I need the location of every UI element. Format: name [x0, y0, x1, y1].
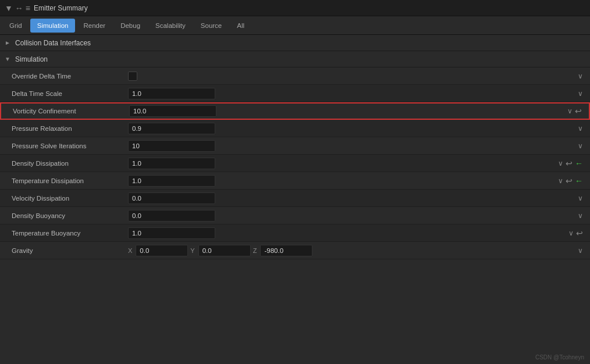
- temperature-dissipation-input[interactable]: [128, 175, 215, 187]
- density-dissipation-input[interactable]: [128, 158, 215, 169]
- property-pressure-relaxation: Pressure Relaxation ∨: [0, 120, 590, 137]
- gravity-z-label: Z: [253, 247, 257, 254]
- section-collision-data[interactable]: ► Collision Data Interfaces: [0, 35, 590, 51]
- temperature-buoyancy-chevron[interactable]: ∨: [568, 229, 574, 237]
- pressure-solve-iterations-input[interactable]: [128, 140, 215, 152]
- temperature-buoyancy-value-area: [128, 227, 568, 239]
- pressure-relaxation-label: Pressure Relaxation: [12, 125, 128, 132]
- watermark: CSDN @Tcohneyn: [535, 354, 584, 361]
- tab-render[interactable]: Render: [76, 19, 112, 33]
- pressure-relaxation-actions: ∨: [578, 124, 585, 133]
- vorticity-confinement-input[interactable]: [129, 105, 216, 117]
- temperature-buoyancy-input[interactable]: [128, 227, 215, 239]
- property-velocity-dissipation: Velocity Dissipation ∨: [0, 190, 590, 207]
- tab-debug[interactable]: Debug: [113, 19, 147, 33]
- delta-time-scale-value-area: [128, 88, 578, 99]
- property-density-dissipation: Density Dissipation ∨ ↩ ←: [0, 155, 590, 172]
- pressure-solve-iterations-chevron[interactable]: ∨: [578, 142, 583, 150]
- property-density-buoyancy: Density Buoyancy ∨: [0, 207, 590, 224]
- swap-icon[interactable]: ↔: [15, 4, 23, 12]
- section-simulation[interactable]: ▼ Simulation: [0, 51, 590, 67]
- override-delta-time-chevron[interactable]: ∨: [578, 72, 583, 80]
- velocity-dissipation-chevron[interactable]: ∨: [578, 194, 583, 202]
- delta-time-scale-input[interactable]: [128, 88, 215, 99]
- override-delta-time-value-area: [128, 72, 578, 81]
- property-temperature-dissipation: Temperature Dissipation ∨ ↩ ←: [0, 172, 590, 190]
- density-dissipation-undo[interactable]: ↩: [566, 159, 573, 168]
- tab-simulation[interactable]: Simulation: [30, 19, 76, 33]
- tab-all[interactable]: All: [230, 19, 251, 33]
- pressure-solve-iterations-label: Pressure Solve Iterations: [12, 142, 128, 149]
- velocity-dissipation-input[interactable]: [128, 192, 215, 204]
- gravity-x-input[interactable]: [136, 245, 188, 256]
- delta-time-scale-actions: ∨: [578, 90, 585, 98]
- density-buoyancy-actions: ∨: [578, 212, 585, 220]
- gravity-label: Gravity: [12, 247, 128, 254]
- temperature-buoyancy-label: Temperature Buoyancy: [12, 230, 128, 237]
- vorticity-confinement-chevron[interactable]: ∨: [567, 107, 573, 115]
- density-buoyancy-value-area: [128, 210, 578, 222]
- tab-source[interactable]: Source: [194, 19, 229, 33]
- pressure-relaxation-chevron[interactable]: ∨: [578, 124, 583, 133]
- temperature-dissipation-label: Temperature Dissipation: [12, 177, 128, 184]
- title-bar: ▼ ↔ ≡ Emitter Summary: [0, 0, 590, 16]
- temperature-buoyancy-undo[interactable]: ↩: [576, 229, 583, 238]
- pressure-solve-iterations-value-area: [128, 140, 578, 152]
- delta-time-scale-chevron[interactable]: ∨: [578, 90, 583, 98]
- property-temperature-buoyancy: Temperature Buoyancy ∨ ↩: [0, 224, 590, 242]
- title-bar-icons: ▼ ↔ ≡: [5, 4, 30, 12]
- gravity-chevron[interactable]: ∨: [578, 247, 583, 255]
- collision-section-label: Collision Data Interfaces: [15, 39, 91, 47]
- override-delta-time-checkbox[interactable]: [128, 72, 137, 81]
- temperature-dissipation-undo[interactable]: ↩: [566, 176, 573, 185]
- list-icon[interactable]: ≡: [26, 4, 30, 12]
- override-delta-time-label: Override Delta Time: [12, 73, 128, 80]
- velocity-dissipation-value-area: [128, 192, 578, 204]
- velocity-dissipation-label: Velocity Dissipation: [12, 195, 128, 202]
- tab-grid[interactable]: Grid: [2, 19, 29, 33]
- gravity-xyz-group: X Y Z: [128, 245, 312, 256]
- temperature-buoyancy-actions: ∨ ↩: [568, 229, 585, 238]
- content-area: ► Collision Data Interfaces ▼ Simulation…: [0, 35, 590, 364]
- gravity-actions: ∨: [578, 247, 585, 255]
- density-buoyancy-input[interactable]: [128, 210, 215, 222]
- density-dissipation-label: Density Dissipation: [12, 160, 128, 167]
- collision-collapse-arrow: ►: [5, 40, 12, 46]
- simulation-collapse-arrow: ▼: [5, 56, 12, 62]
- vorticity-confinement-undo[interactable]: ↩: [575, 106, 582, 116]
- gravity-value-area: X Y Z: [128, 245, 578, 256]
- density-dissipation-forward[interactable]: ←: [575, 159, 583, 168]
- property-delta-time-scale: Delta Time Scale ∨: [0, 85, 590, 102]
- pressure-relaxation-input[interactable]: [128, 123, 215, 134]
- density-dissipation-value-area: [128, 158, 558, 169]
- simulation-section-label: Simulation: [15, 55, 48, 63]
- vorticity-confinement-actions: ∨ ↩: [567, 106, 584, 116]
- velocity-dissipation-actions: ∨: [578, 194, 585, 202]
- density-dissipation-chevron[interactable]: ∨: [558, 159, 563, 167]
- gravity-x-label: X: [128, 247, 132, 254]
- delta-time-scale-label: Delta Time Scale: [12, 90, 128, 97]
- property-vorticity-confinement: Vorticity Confinement ∨ ↩: [0, 102, 590, 120]
- window-title: Emitter Summary: [34, 4, 88, 12]
- property-override-delta-time: Override Delta Time ∨: [0, 67, 590, 85]
- temperature-dissipation-chevron[interactable]: ∨: [558, 177, 563, 185]
- density-dissipation-actions: ∨ ↩ ←: [558, 159, 585, 168]
- vorticity-confinement-value-area: [129, 105, 567, 117]
- property-gravity: Gravity X Y Z ∨: [0, 242, 590, 259]
- gravity-y-label: Y: [190, 247, 194, 254]
- density-buoyancy-label: Density Buoyancy: [12, 212, 128, 219]
- override-delta-time-actions: ∨: [578, 72, 585, 80]
- gravity-z-input[interactable]: [260, 245, 312, 256]
- collapse-icon[interactable]: ▼: [5, 4, 13, 12]
- gravity-y-input[interactable]: [198, 245, 251, 256]
- temperature-dissipation-value-area: [128, 175, 558, 187]
- density-buoyancy-chevron[interactable]: ∨: [578, 212, 583, 220]
- property-pressure-solve-iterations: Pressure Solve Iterations ∨: [0, 137, 590, 155]
- vorticity-confinement-label: Vorticity Confinement: [13, 108, 129, 115]
- tab-bar: Grid Simulation Render Debug Scalability…: [0, 16, 590, 35]
- pressure-relaxation-value-area: [128, 123, 578, 134]
- temperature-dissipation-actions: ∨ ↩ ←: [558, 176, 585, 185]
- tab-scalability[interactable]: Scalability: [148, 19, 193, 33]
- temperature-dissipation-forward[interactable]: ←: [575, 176, 583, 185]
- pressure-solve-iterations-actions: ∨: [578, 142, 585, 150]
